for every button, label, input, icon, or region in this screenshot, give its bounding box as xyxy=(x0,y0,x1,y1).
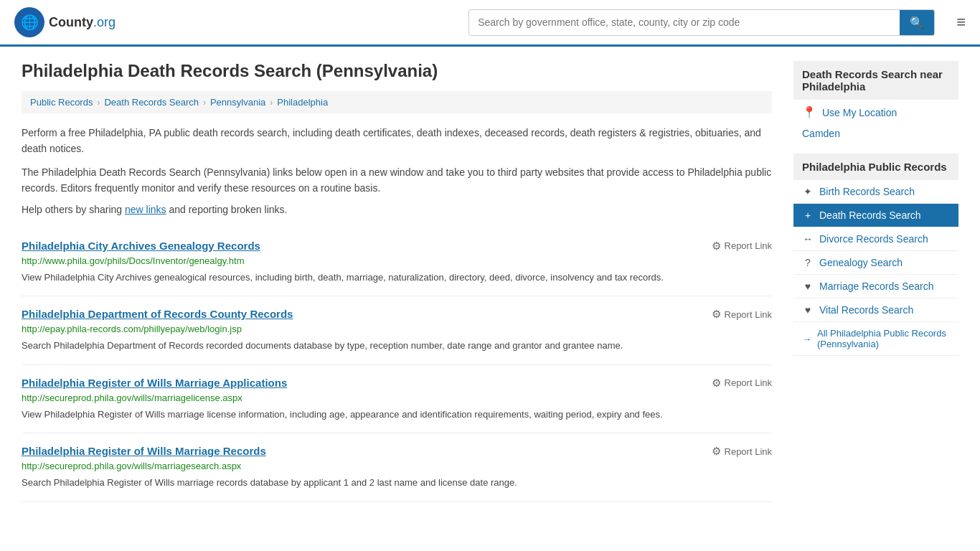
breadcrumb-sep-3: › xyxy=(270,98,273,108)
result-item: Philadelphia Department of Records Count… xyxy=(22,296,772,365)
arrow-icon: → xyxy=(802,334,811,344)
search-bar: 🔍 xyxy=(468,9,935,36)
sidebar-item-icon-0: ✦ xyxy=(802,186,814,197)
report-link-0[interactable]: ⚙ Report Link xyxy=(712,240,772,253)
description-1: Perform a free Philadelphia, PA public d… xyxy=(22,125,772,157)
sidebar-near-section: Death Records Search near Philadelphia 📍… xyxy=(793,61,958,142)
result-title-2[interactable]: Philadelphia Register of Wills Marriage … xyxy=(22,377,287,389)
report-label-0: Report Link xyxy=(725,240,772,251)
breadcrumb-philadelphia[interactable]: Philadelphia xyxy=(277,97,328,108)
sidebar-nav-item-5[interactable]: ♥ Vital Records Search xyxy=(793,298,958,322)
result-header: Philadelphia Department of Records Count… xyxy=(22,308,772,321)
report-label-3: Report Link xyxy=(725,446,772,457)
use-my-location-item: 📍 Use My Location xyxy=(793,100,958,125)
sidebar-item-label-0: Birth Records Search xyxy=(819,186,915,197)
result-url-0: http://www.phila.gov/phils/Docs/Inventor… xyxy=(22,255,772,266)
result-header: Philadelphia Register of Wills Marriage … xyxy=(22,377,772,390)
report-link-2[interactable]: ⚙ Report Link xyxy=(712,377,772,390)
report-link-3[interactable]: ⚙ Report Link xyxy=(712,445,772,458)
sidebar-public-records-section: Philadelphia Public Records ✦ Birth Reco… xyxy=(793,154,958,356)
report-icon-1: ⚙ xyxy=(712,308,721,321)
header: 🌐 County.org 🔍 ≡ xyxy=(0,0,980,47)
sidebar-item-label-5: Vital Records Search xyxy=(819,304,913,316)
report-icon-3: ⚙ xyxy=(712,445,721,458)
result-item: Philadelphia Register of Wills Marriage … xyxy=(22,365,772,434)
camden-link[interactable]: Camden xyxy=(793,125,958,142)
result-title-0[interactable]: Philadelphia City Archives Genealogy Rec… xyxy=(22,240,260,252)
report-icon-0: ⚙ xyxy=(712,240,721,253)
result-url-1: http://epay.phila-records.com/phillyepay… xyxy=(22,324,772,334)
search-input[interactable] xyxy=(469,11,900,34)
sidebar-item-icon-5: ♥ xyxy=(802,304,814,316)
location-pin-icon: 📍 xyxy=(802,105,816,119)
sidebar-nav-item-1[interactable]: + Death Records Search xyxy=(793,204,958,227)
new-links[interactable]: new links xyxy=(125,204,166,215)
description-2: The Philadelphia Death Records Search (P… xyxy=(22,164,772,197)
sidebar-near-title: Death Records Search near Philadelphia xyxy=(793,61,958,100)
help-suffix: and reporting broken links. xyxy=(166,204,288,215)
logo-link[interactable]: 🌐 County.org xyxy=(14,7,116,37)
all-records-link[interactable]: → All Philadelphia Public Records (Penns… xyxy=(793,322,958,356)
result-desc-2: View Philadelphia Register of Wills marr… xyxy=(22,408,772,422)
logo-text: County.org xyxy=(49,15,116,30)
sidebar-nav-item-2[interactable]: ↔ Divorce Records Search xyxy=(793,227,958,251)
report-label-1: Report Link xyxy=(725,309,772,320)
result-item: Philadelphia City Archives Genealogy Rec… xyxy=(22,228,772,297)
result-item: Philadelphia Register of Wills Marriage … xyxy=(22,433,772,502)
sidebar-item-label-1: Death Records Search xyxy=(819,209,921,221)
search-button[interactable]: 🔍 xyxy=(900,10,934,35)
breadcrumb-death-records[interactable]: Death Records Search xyxy=(104,97,199,108)
sidebar-public-records-title: Philadelphia Public Records xyxy=(793,154,958,180)
report-label-2: Report Link xyxy=(725,377,772,388)
result-desc-0: View Philadelphia City Archives genealog… xyxy=(22,270,772,285)
menu-button[interactable]: ≡ xyxy=(956,13,966,32)
breadcrumb-sep-1: › xyxy=(97,98,100,108)
sidebar-item-label-4: Marriage Records Search xyxy=(819,281,934,292)
sidebar-item-icon-3: ? xyxy=(802,257,814,268)
sidebar-item-icon-2: ↔ xyxy=(802,233,814,245)
breadcrumb-pennsylvania[interactable]: Pennsylvania xyxy=(210,97,265,108)
help-prefix: Help others by sharing xyxy=(22,204,125,215)
report-icon-2: ⚙ xyxy=(712,377,721,390)
sidebar-item-icon-4: ♥ xyxy=(802,281,814,292)
sidebar-nav-item-3[interactable]: ? Genealogy Search xyxy=(793,251,958,275)
use-my-location-link[interactable]: Use My Location xyxy=(822,107,897,118)
result-url-3: http://secureprod.phila.gov/wills/marria… xyxy=(22,461,772,471)
breadcrumb-sep-2: › xyxy=(203,98,206,108)
breadcrumb: Public Records › Death Records Search › … xyxy=(22,91,772,113)
sidebar-item-label-2: Divorce Records Search xyxy=(819,233,928,245)
logo-ext: .org xyxy=(93,15,116,29)
breadcrumb-public-records[interactable]: Public Records xyxy=(30,97,93,108)
result-header: Philadelphia Register of Wills Marriage … xyxy=(22,445,772,458)
help-text: Help others by sharing new links and rep… xyxy=(22,204,772,215)
result-header: Philadelphia City Archives Genealogy Rec… xyxy=(22,240,772,253)
main-content: Philadelphia Death Records Search (Penns… xyxy=(22,61,772,502)
sidebar: Death Records Search near Philadelphia 📍… xyxy=(793,61,958,502)
main-container: Philadelphia Death Records Search (Penns… xyxy=(0,47,980,517)
result-desc-3: Search Philadelphia Register of Wills ma… xyxy=(22,476,772,490)
sidebar-nav-item-4[interactable]: ♥ Marriage Records Search xyxy=(793,275,958,298)
report-link-1[interactable]: ⚙ Report Link xyxy=(712,308,772,321)
results-container: Philadelphia City Archives Genealogy Rec… xyxy=(22,228,772,502)
sidebar-item-icon-1: + xyxy=(802,209,814,221)
sidebar-nav: ✦ Birth Records Search + Death Records S… xyxy=(793,180,958,322)
sidebar-item-label-3: Genealogy Search xyxy=(819,257,903,268)
result-title-3[interactable]: Philadelphia Register of Wills Marriage … xyxy=(22,445,266,457)
result-desc-1: Search Philadelphia Department of Record… xyxy=(22,339,772,353)
sidebar-nav-item-0[interactable]: ✦ Birth Records Search xyxy=(793,180,958,204)
result-title-1[interactable]: Philadelphia Department of Records Count… xyxy=(22,308,293,320)
page-title: Philadelphia Death Records Search (Penns… xyxy=(22,61,772,81)
all-records-label: All Philadelphia Public Records (Pennsyl… xyxy=(817,328,950,349)
logo-icon: 🌐 xyxy=(14,7,44,37)
result-url-2: http://secureprod.phila.gov/wills/marria… xyxy=(22,392,772,403)
